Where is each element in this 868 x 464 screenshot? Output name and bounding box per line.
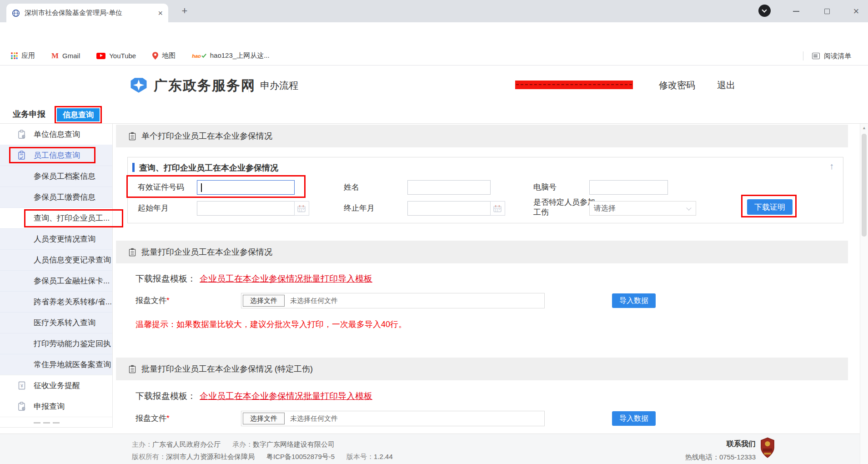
section-title: 批量打印企业员工在本企业参保情况	[141, 247, 272, 257]
gdzwfw-logo-icon	[129, 76, 148, 96]
file-label: 报盘文件*	[135, 411, 170, 426]
sidebar-item-unit-info-query[interactable]: 单位信息查询	[0, 124, 112, 145]
section-title: 单个打印企业员工在本企业参保情况	[141, 131, 272, 141]
bookmarks-separator	[803, 51, 803, 61]
panel-title-bar	[132, 163, 135, 172]
chevron-down-icon	[686, 205, 691, 210]
file-input[interactable]: 选择文件 未选择任何文件	[241, 411, 545, 426]
sidebar-item-labor-capacity-receipt[interactable]: 打印劳动能力鉴定回执	[0, 333, 112, 354]
bookmark-youtube[interactable]: YouTube	[96, 52, 136, 60]
sidebar-item-label: 征收业务提醒	[34, 380, 80, 391]
bookmark-label: hao123_上网从这...	[210, 51, 270, 60]
clipboard-gear-icon	[17, 402, 26, 411]
required-mark: *	[166, 296, 170, 305]
contact-us-link[interactable]: 联系我们	[641, 439, 756, 449]
computer-no-input[interactable]	[589, 180, 668, 195]
template-label: 下载报盘模板：	[135, 391, 196, 401]
sidebar-item-collection-reminder[interactable]: ¥ 征收业务提醒	[0, 375, 112, 396]
tip-text: 温馨提示：如果数据量比较大，建议分批次导入打印，一次最多导入40行。	[135, 319, 406, 330]
bookmark-hao123[interactable]: hao hao123_上网从这...	[192, 51, 269, 60]
sidebar-item-label: 常住异地就医备案查询	[34, 359, 111, 370]
import-data-button[interactable]: 导入数据	[612, 411, 656, 426]
sidebar-item-remote-medical-record[interactable]: 常住异地就医备案查询	[0, 354, 112, 375]
hao123-icon: hao	[192, 53, 206, 59]
bookmark-gmail[interactable]: M Gmail	[51, 51, 80, 61]
download-cert-button[interactable]: 下载证明	[747, 199, 793, 215]
end-month-calendar-icon[interactable]	[490, 201, 505, 216]
scrollbar-up-arrow[interactable]: ▲	[860, 126, 868, 130]
tab-business-declare[interactable]: 业务申报	[13, 105, 45, 123]
cert-no-input[interactable]	[197, 180, 295, 195]
change-password-link[interactable]: 修改密码	[659, 66, 695, 105]
reading-list-button[interactable]: 阅读清单	[824, 46, 851, 66]
new-tab-button[interactable]: +	[178, 5, 191, 18]
sidebar-item-label: 申报查询	[34, 401, 65, 412]
site-header: 广东政务服务网 申办流程 修改密码 退出	[0, 66, 868, 105]
sidebar-item-query-print-employee[interactable]: 查询、打印企业员工...	[0, 207, 112, 228]
sidebar-item-clipped	[0, 417, 112, 426]
sidebar-item-label: 参保员工金融社保卡...	[34, 276, 110, 286]
footer-copyright: 深圳市人力资源和社会保障局	[166, 453, 255, 460]
logout-link[interactable]: 退出	[717, 66, 735, 105]
apps-grid-icon	[11, 52, 18, 59]
import-data-button[interactable]: 导入数据	[612, 293, 656, 308]
gov-badge-icon[interactable]	[760, 437, 775, 461]
choose-file-button[interactable]: 选择文件	[243, 413, 285, 424]
bookmark-maps[interactable]: 地图	[152, 51, 176, 60]
nav-process-link[interactable]: 申办流程	[260, 66, 298, 105]
header-divider	[248, 79, 249, 92]
sidebar-item-personnel-change[interactable]: 人员变更情况查询	[0, 228, 112, 249]
window-minimize-button[interactable]	[788, 4, 804, 19]
template-download-link[interactable]: 企业员工在本企业参保情况批量打印导入模板	[200, 274, 372, 283]
svg-text:¥: ¥	[20, 383, 23, 388]
tab-title: 深圳市社会保险基金管理局-单位	[25, 9, 138, 17]
sidebar-item-declare-query[interactable]: 申报查询	[0, 396, 112, 417]
sidebar-item-financial-social-card[interactable]: 参保员工金融社保卡...	[0, 270, 112, 291]
required-mark: *	[166, 414, 170, 423]
section-header-batch-print: 批量打印企业员工在本企业参保情况	[116, 241, 848, 263]
footer-version-label: 版本号：	[346, 453, 374, 460]
tab-close-icon[interactable]: ×	[158, 9, 163, 17]
start-month-label: 起始年月	[138, 201, 169, 216]
special-injury-select[interactable]: 请选择	[589, 201, 696, 216]
sidebar-item-insured-payment[interactable]: 参保员工缴费信息	[0, 187, 112, 207]
reading-list-icon	[812, 53, 820, 59]
gmail-icon: M	[51, 51, 59, 61]
sidebar-item-medical-transfer[interactable]: 医疗关系转入查询	[0, 312, 112, 333]
hotline: 热线电话：0755-12333	[641, 453, 756, 462]
footer-host-label: 主办：	[132, 440, 152, 448]
footer-undertake-label: 承办：	[232, 440, 253, 448]
query-panel: 查询、打印企业员工在本企业参保情况 ↑ 有效证件号码 姓名 电脑号 起始年月 终…	[127, 157, 843, 223]
scrollbar[interactable]: ▲	[860, 124, 868, 464]
sidebar-item-employee-info-query[interactable]: 员工信息查询	[0, 145, 112, 166]
file-label-text: 报盘文件	[135, 414, 166, 423]
sidebar-item-pension-transfer[interactable]: 跨省养老关系转移/省...	[0, 291, 112, 312]
clipboard-edit-icon	[17, 151, 26, 160]
scrollbar-thumb[interactable]	[862, 134, 867, 237]
file-input[interactable]: 选择文件 未选择任何文件	[241, 293, 545, 308]
bookmark-apps[interactable]: 应用	[11, 51, 35, 60]
collapse-arrow-icon[interactable]: ↑	[829, 161, 834, 171]
start-month-calendar-icon[interactable]	[294, 201, 309, 216]
cert-no-label: 有效证件号码	[138, 180, 184, 195]
sidebar-item-label: 打印劳动能力鉴定回执	[34, 338, 111, 349]
sidebar-item-info-change-record[interactable]: 人员信息变更记录查询	[0, 249, 112, 270]
sidebar-item-label: 查询、打印企业员工...	[34, 213, 110, 223]
hotline-number: 0755-12333	[719, 453, 756, 461]
window-maximize-button[interactable]	[819, 4, 835, 19]
sidebar-item-label: 人员信息变更记录查询	[34, 255, 111, 265]
file-label-text: 报盘文件	[135, 296, 166, 305]
text-caret	[201, 183, 202, 192]
name-input[interactable]	[407, 180, 491, 195]
profile-circle-icon[interactable]	[758, 5, 771, 17]
window-close-button[interactable]: ×	[848, 4, 864, 19]
end-month-input[interactable]	[407, 201, 491, 216]
choose-file-button[interactable]: 选择文件	[243, 295, 285, 307]
template-download-link[interactable]: 企业员工在本企业参保情况批量打印导入模板	[200, 391, 372, 401]
bookmarks-bar: 应用 M Gmail YouTube 地图 hao hao123_上网从这...…	[0, 46, 868, 66]
sidebar-item-insured-archive[interactable]: 参保员工档案信息	[0, 166, 112, 187]
section-header-batch-print-special: 批量打印企业员工在本企业参保情况 (特定工伤)	[116, 358, 848, 380]
browser-tab[interactable]: 深圳市社会保险基金管理局-单位 ×	[6, 4, 168, 22]
tab-info-query[interactable]: 信息查询	[57, 108, 100, 121]
start-month-input[interactable]	[197, 201, 295, 216]
